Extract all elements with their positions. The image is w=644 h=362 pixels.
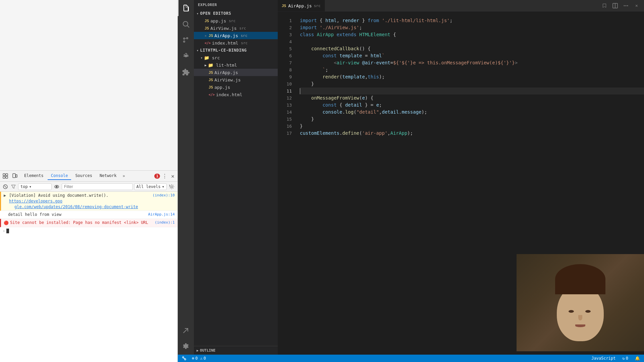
svg-rect-1 [6,174,8,176]
code-line-3: class AirApp extends HTMLElement { [300,31,644,38]
line-num-13: 13 [278,102,292,109]
tab-js-icon: JS [282,4,286,8]
sync-status[interactable]: ↻ 0 [621,356,630,361]
expand-icon[interactable]: ▶ [4,193,8,198]
error-icon: ⊗ [192,356,194,361]
html-icon: </> [209,93,215,97]
line-num-12: 12 [278,95,292,102]
close-editor-icon[interactable]: ✕ [632,1,641,10]
file-name: AirApp.js [214,33,238,38]
level-selector[interactable]: All levels ▾ [134,183,167,190]
svg-point-10 [183,21,188,26]
open-editor-indexhtml[interactable]: </> index.html src [194,39,278,47]
open-editor-airviewjs[interactable]: JS AirView.js src [194,24,278,32]
activity-settings-icon[interactable] [178,339,194,355]
devtools-tab-actions: 1 ⋮ ✕ [154,173,176,179]
error-status[interactable]: ⊗ 0 ⚠ 0 [191,356,207,361]
activity-source-control-icon[interactable] [178,32,194,48]
svg-line-7 [4,186,6,188]
open-editor-appjs[interactable]: JS app.js src [194,17,278,24]
open-editor-airappjs[interactable]: ✕ JS AirApp.js src [194,32,278,39]
console-entry-violation: ▶ [Violation] Avoid using document.write… [0,192,177,211]
bookmark-icon[interactable] [600,1,609,10]
tab-console[interactable]: Console [48,172,71,180]
console-filter-icon[interactable] [10,183,17,190]
context-selector[interactable]: top ▾ [18,183,52,190]
project-section[interactable]: ▾ LITHTML-CE-BINDING [194,47,278,54]
bell-status[interactable]: 🔔 [634,356,641,361]
activity-testing-icon[interactable] [178,322,194,339]
violation-link[interactable]: https://developers.goo [9,199,62,203]
folder-lit-html[interactable]: ▶ 📁 lit-html [194,61,278,69]
explorer-title: EXPLORER [194,0,278,10]
face-nose [578,315,582,320]
section-arrow-open-editors: ▾ [197,12,199,15]
svg-point-16 [627,5,628,6]
file-tag: src [229,19,235,23]
code-line-9: render(template,this); [300,73,644,80]
console-prompt[interactable]: › [0,227,177,235]
tab-elements[interactable]: Elements [21,172,47,180]
code-line-8: `; [300,66,644,73]
devtools-device-icon[interactable] [11,172,19,180]
split-editor-icon[interactable] [610,1,620,10]
error-source[interactable]: (index):1 [155,220,175,225]
prompt-chevron: › [3,229,5,233]
console-eye-icon[interactable] [53,183,60,190]
violation-link-2[interactable]: gle.com/web/updates/2016/08/removing-doc… [14,204,138,209]
folder-src[interactable]: ▾ 📁 src [194,54,278,61]
outline-section[interactable]: ▶ OUTLINE [194,346,278,355]
console-clear-icon[interactable] [2,183,9,190]
file-tag: src [241,34,248,38]
close-icon[interactable]: ✕ [205,34,207,38]
error-text: Site cannot be installed: Page has no ma… [10,220,153,226]
js-icon: JS [209,85,213,89]
svg-point-14 [624,5,625,6]
webcam-overlay [517,254,644,351]
activity-extensions-icon[interactable] [178,64,194,80]
tab-actions: ✕ [600,0,644,11]
console-entry-detail: ▶ detail hello from view AirApp.js:14 [0,211,177,219]
console-toolbar: top ▾ All levels ▾ [0,182,177,192]
code-line-4 [300,38,644,45]
activity-files-icon[interactable] [178,0,194,16]
webcam-feed [517,254,644,351]
warning-icon: ⚠ [200,356,202,361]
html-icon: </> [205,41,211,45]
tab-filename: AirApp.js [288,3,312,8]
file-indexhtml[interactable]: </> index.html [194,91,278,98]
console-filter-input[interactable] [62,183,133,190]
code-line-12: onMessageFromView(e) { [300,95,644,102]
devtools-more-tabs[interactable]: » [121,172,127,180]
source-control-status[interactable] [180,356,188,361]
open-editors-label: OPEN EDITORS [200,11,231,16]
file-airappjs[interactable]: JS AirApp.js [194,69,278,76]
tab-airappjs[interactable]: JS AirApp.js src [278,0,325,11]
devtools-close-icon[interactable]: ✕ [169,173,176,179]
more-actions-icon[interactable] [621,1,631,10]
tab-network[interactable]: Network [96,172,120,180]
detail-source[interactable]: AirApp.js:14 [148,212,175,217]
file-name: app.js [214,85,230,90]
activity-bar [178,0,194,355]
console-settings-icon[interactable] [168,183,175,190]
open-editors-section[interactable]: ▾ OPEN EDITORS [194,10,278,17]
warning-count: 0 [204,356,206,361]
activity-debug-icon[interactable] [178,48,194,64]
line-num-5: 5 [278,45,292,52]
file-airviewjs[interactable]: JS AirView.js [194,76,278,83]
code-line-17: customElements.define('air-app',AirApp); [300,130,644,137]
activity-search-icon[interactable] [178,16,194,32]
level-arrow: ▾ [162,184,164,189]
outline-arrow: ▶ [197,349,199,352]
file-appjs[interactable]: JS app.js [194,83,278,91]
language-status[interactable]: JavaScript [590,356,617,361]
folder-name: lit-html [216,63,237,68]
code-line-15: } [300,116,644,123]
code-line-10: } [300,80,644,87]
devtools-inspect-icon[interactable] [1,172,9,180]
context-arrow: ▾ [29,184,32,189]
tab-sources[interactable]: Sources [72,172,96,180]
devtools-overflow-icon[interactable]: ⋮ [161,173,168,179]
violation-source[interactable]: (index):10 [153,193,175,198]
